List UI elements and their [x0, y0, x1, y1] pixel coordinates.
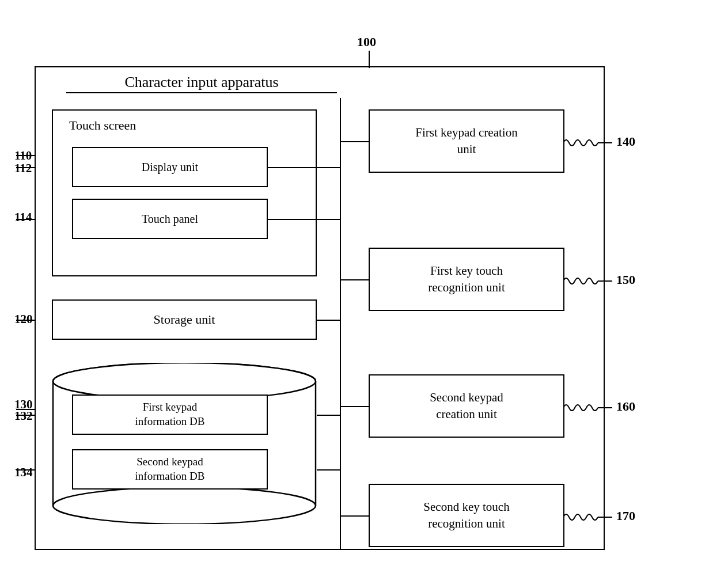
second-db-box: Second keypadinformation DB: [72, 449, 268, 490]
vline-right-1: [340, 141, 341, 279]
first-keypad-creation-box: First keypad creationunit: [369, 109, 564, 173]
line-132: [16, 415, 35, 416]
squiggle-150: [563, 272, 621, 290]
line-120: [16, 320, 35, 321]
first-db-label: First keypadinformation DB: [135, 400, 205, 428]
first-touch-recognition-label: First key touchrecognition unit: [428, 263, 505, 297]
second-keypad-creation-label: Second keypadcreation unit: [430, 389, 503, 423]
ref-170: 170: [616, 509, 635, 523]
vline-right-2: [340, 406, 341, 515]
title-underline: [66, 92, 337, 93]
ref-100-label: 100: [357, 35, 376, 50]
squiggle-140: [563, 134, 621, 151]
second-db-label: Second keypadinformation DB: [135, 455, 205, 483]
ref-114: 114: [14, 210, 32, 225]
ref-150: 150: [616, 272, 635, 287]
ref-160: 160: [616, 399, 635, 414]
connector-r150: [340, 279, 370, 280]
second-touch-recognition-label: Second key touchrecognition unit: [423, 499, 509, 533]
second-keypad-creation-box: Second keypadcreation unit: [369, 374, 564, 438]
connector-r160: [340, 406, 370, 407]
touch-panel-box: Touch panel: [72, 199, 268, 239]
first-touch-recognition-box: First key touchrecognition unit: [369, 248, 564, 311]
line-134: [16, 469, 35, 471]
line-114: [16, 219, 35, 220]
ref-112: 112: [14, 161, 32, 176]
line-130: [16, 409, 35, 410]
first-db-box: First keypadinformation DB: [72, 394, 268, 435]
display-unit-box: Display unit: [72, 147, 268, 187]
database-svg: [52, 363, 317, 524]
storage-unit-box: Storage unit: [52, 299, 317, 340]
connector-display: [268, 167, 341, 168]
ref-100-line: [369, 51, 370, 68]
squiggle-160: [563, 399, 621, 416]
diagram: 100 Character input apparatus Touch scre…: [35, 35, 674, 564]
connector-db1: [317, 415, 341, 416]
squiggle-170: [563, 509, 621, 526]
second-touch-recognition-box: Second key touchrecognition unit: [369, 484, 564, 547]
connector-r140: [340, 141, 370, 142]
touch-screen-box: [52, 109, 317, 276]
connector-r170: [340, 515, 370, 517]
line-112: [16, 167, 35, 168]
main-title: Character input apparatus: [63, 74, 340, 91]
ref-132: 132: [14, 409, 33, 423]
svg-point-4: [53, 487, 316, 524]
ref-134: 134: [14, 465, 33, 480]
ref-140: 140: [616, 134, 635, 149]
connector-db2: [317, 469, 341, 471]
storage-unit-label: Storage unit: [154, 312, 215, 327]
database-container: [52, 363, 317, 524]
line-110: [16, 155, 35, 156]
connector-touchpanel: [268, 219, 341, 220]
connector-storage: [317, 320, 341, 321]
touch-panel-label: Touch panel: [142, 213, 198, 226]
first-keypad-creation-label: First keypad creationunit: [415, 124, 517, 158]
display-unit-label: Display unit: [142, 161, 198, 174]
touch-screen-label: Touch screen: [69, 118, 136, 133]
